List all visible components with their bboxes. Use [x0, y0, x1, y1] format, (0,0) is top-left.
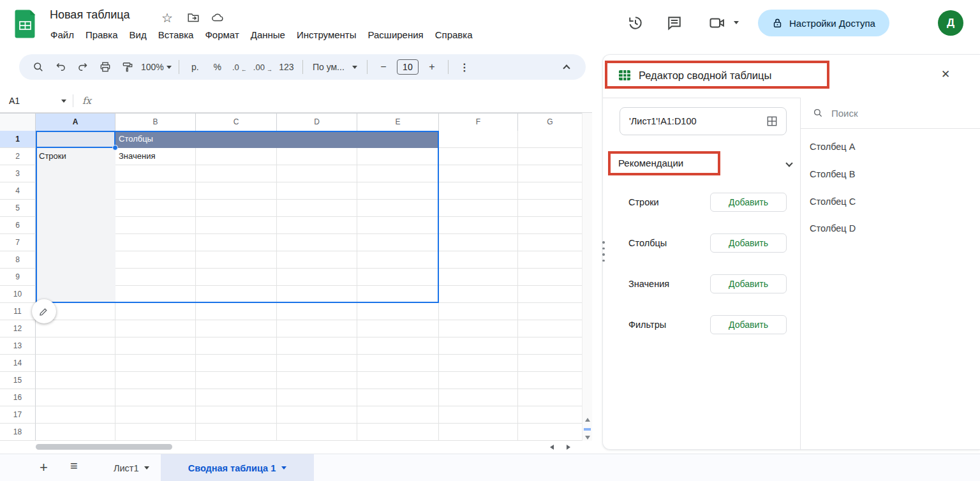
- field-column-a[interactable]: Столбец A: [810, 142, 855, 152]
- column-header-b[interactable]: B: [115, 114, 196, 131]
- star-icon[interactable]: ☆: [161, 11, 175, 25]
- number-format-button[interactable]: 123: [278, 58, 295, 76]
- collapse-toolbar-icon[interactable]: [558, 58, 575, 76]
- menu-extensions[interactable]: Расширения: [362, 27, 429, 42]
- menu-format[interactable]: Формат: [199, 27, 244, 42]
- pivot-range-input[interactable]: 'Лист1'!A1:D100: [620, 107, 787, 135]
- pivot-columns-header-cell[interactable]: Столбцы: [115, 131, 439, 148]
- select-all-corner[interactable]: [0, 114, 36, 131]
- scroll-up-icon[interactable]: [585, 418, 590, 422]
- currency-format-button[interactable]: р.: [186, 58, 204, 76]
- row-header[interactable]: 16: [0, 389, 36, 406]
- column-header-a[interactable]: A: [36, 114, 115, 131]
- move-folder-icon[interactable]: [186, 11, 200, 25]
- font-select[interactable]: По ум...: [310, 58, 360, 76]
- document-title[interactable]: Новая таблица: [50, 8, 130, 22]
- menu-file[interactable]: Файл: [45, 27, 80, 42]
- video-call-icon[interactable]: [708, 14, 726, 32]
- share-button[interactable]: Настройки Доступа: [758, 10, 889, 36]
- cell-a2[interactable]: Строки: [39, 148, 66, 165]
- row-header[interactable]: 18: [0, 424, 36, 441]
- menu-help[interactable]: Справка: [429, 27, 479, 42]
- scroll-down-icon[interactable]: [585, 436, 590, 440]
- fx-label[interactable]: fx: [82, 95, 91, 107]
- grid-cells[interactable]: Столбцы Строки Значения: [36, 131, 582, 441]
- add-filters-button[interactable]: Добавить: [710, 315, 787, 334]
- fill-handle[interactable]: [112, 145, 118, 151]
- field-column-b[interactable]: Столбец B: [810, 169, 855, 179]
- field-search-input[interactable]: [831, 108, 946, 119]
- row-header[interactable]: 14: [0, 355, 36, 372]
- row-header[interactable]: 13: [0, 337, 36, 355]
- menu-data[interactable]: Данные: [245, 27, 291, 42]
- cell-b2[interactable]: Значения: [119, 148, 155, 165]
- row-header[interactable]: 1: [0, 131, 36, 148]
- column-header-d[interactable]: D: [277, 114, 357, 131]
- row-header[interactable]: 5: [0, 200, 36, 217]
- decrease-font-size-button[interactable]: −: [375, 58, 392, 76]
- print-icon[interactable]: [96, 58, 114, 76]
- more-options-icon[interactable]: ⋮: [456, 58, 473, 76]
- row-header[interactable]: 2: [0, 148, 36, 165]
- scroll-left-icon[interactable]: [550, 445, 554, 450]
- sheet-tab-list1[interactable]: Лист1: [114, 454, 149, 481]
- sheet-tab-pivot-active[interactable]: Сводная таблица 1: [161, 454, 314, 481]
- increase-font-size-button[interactable]: +: [423, 58, 441, 76]
- sheets-logo-icon[interactable]: [14, 9, 36, 38]
- row-header[interactable]: 10: [0, 286, 36, 303]
- panel-drag-handle-icon[interactable]: [602, 241, 605, 265]
- name-box[interactable]: A1: [0, 96, 61, 106]
- edit-pivot-button[interactable]: [32, 299, 56, 323]
- row-header[interactable]: 7: [0, 234, 36, 251]
- comments-icon[interactable]: [665, 14, 683, 32]
- add-values-button[interactable]: Добавить: [710, 274, 787, 293]
- menu-view[interactable]: Вид: [124, 27, 152, 42]
- vertical-scroll-thumb[interactable]: [584, 428, 591, 431]
- all-sheets-icon[interactable]: ≡: [70, 459, 78, 473]
- zoom-select[interactable]: 100%: [141, 58, 172, 76]
- column-header-g[interactable]: G: [518, 114, 582, 131]
- suggestions-expand-icon[interactable]: [785, 159, 792, 166]
- row-header[interactable]: 9: [0, 269, 36, 286]
- menu-edit[interactable]: Правка: [80, 27, 124, 42]
- row-header[interactable]: 15: [0, 372, 36, 389]
- version-history-icon[interactable]: [627, 14, 644, 32]
- add-columns-button[interactable]: Добавить: [710, 233, 787, 253]
- menu-tools[interactable]: Инструменты: [291, 27, 362, 42]
- field-column-d[interactable]: Столбец D: [810, 223, 856, 233]
- column-header-f[interactable]: F: [439, 114, 518, 131]
- menu-insert[interactable]: Вставка: [152, 27, 200, 42]
- row-header[interactable]: 12: [0, 320, 36, 337]
- row-header[interactable]: 3: [0, 165, 36, 182]
- percent-format-button[interactable]: %: [209, 58, 226, 76]
- increase-decimal-button[interactable]: .00→: [253, 58, 273, 76]
- paint-format-icon[interactable]: [119, 58, 137, 76]
- row-header[interactable]: 6: [0, 217, 36, 234]
- add-sheet-icon[interactable]: +: [40, 459, 48, 476]
- cloud-status-icon[interactable]: [211, 11, 225, 25]
- add-rows-button[interactable]: Добавить: [710, 193, 787, 212]
- search-icon: [812, 107, 824, 119]
- scroll-right-icon[interactable]: [567, 445, 570, 450]
- close-panel-icon[interactable]: ✕: [941, 68, 950, 81]
- column-header-c[interactable]: C: [196, 114, 277, 131]
- field-column-c[interactable]: Столбец C: [810, 196, 856, 207]
- horizontal-scrollbar[interactable]: [0, 441, 592, 454]
- active-cell-a1[interactable]: [36, 131, 115, 148]
- video-call-dropdown-icon[interactable]: [734, 21, 739, 24]
- horizontal-scroll-thumb[interactable]: [36, 444, 172, 450]
- row-header[interactable]: 8: [0, 251, 36, 269]
- row-header[interactable]: 4: [0, 182, 36, 200]
- row-header[interactable]: 17: [0, 406, 36, 424]
- undo-icon[interactable]: [52, 58, 70, 76]
- redo-icon[interactable]: [74, 58, 92, 76]
- row-header[interactable]: 11: [0, 303, 36, 320]
- select-range-icon[interactable]: [766, 115, 778, 128]
- search-menus-icon[interactable]: [29, 58, 47, 76]
- decrease-decimal-button[interactable]: .0←: [231, 58, 249, 76]
- font-size-input[interactable]: 10: [397, 59, 419, 75]
- vertical-scrollbar[interactable]: [582, 113, 592, 441]
- name-box-caret-icon[interactable]: [61, 100, 66, 103]
- column-header-e[interactable]: E: [357, 114, 439, 131]
- avatar[interactable]: Д: [938, 10, 963, 36]
